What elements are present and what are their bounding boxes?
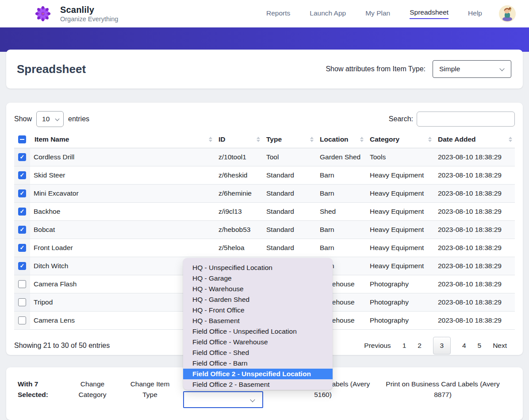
sort-icon[interactable]	[360, 137, 364, 142]
row-checkbox[interactable]: ✓	[18, 171, 26, 179]
dropdown-option[interactable]: Field Office 2 - Basement	[183, 379, 333, 390]
main-nav: ReportsLaunch AppMy PlanSpreadsheetHelp	[266, 8, 499, 19]
change-category-button[interactable]: Change Category	[70, 379, 115, 400]
cell-category: Heavy Equipment	[366, 166, 434, 184]
pagination-page-3[interactable]: 3	[433, 337, 451, 354]
search-control: Search:	[389, 112, 515, 127]
cell-category: Heavy Equipment	[366, 202, 434, 220]
row-checkbox[interactable]: ✓	[18, 262, 26, 270]
nav-item-my-plan[interactable]: My Plan	[365, 9, 390, 18]
dropdown-option[interactable]: HQ - Front Office	[183, 305, 333, 316]
pagination-previous[interactable]: Previous	[364, 342, 391, 350]
row-checkbox[interactable]: ✓	[18, 226, 26, 234]
dropdown-option[interactable]: HQ - Basement	[183, 316, 333, 326]
page-title: Spreadsheet	[17, 62, 86, 76]
row-checkbox[interactable]: ✓	[18, 153, 26, 161]
col-type[interactable]: Type	[266, 135, 282, 143]
brand-title: Scanlily	[60, 5, 118, 15]
cell-location: Barn	[316, 239, 366, 257]
print-business-card-labels-button[interactable]: Print on Business Card Labels (Avery 887…	[376, 379, 509, 400]
row-checkbox[interactable]	[18, 316, 26, 324]
table-row: ✓Skid Steerz/6heskidStandardBarnHeavy Eq…	[14, 166, 515, 184]
nav-item-launch-app[interactable]: Launch App	[310, 9, 346, 18]
search-input[interactable]	[417, 112, 515, 127]
dropdown-option[interactable]: Field Office - Unspecified Location	[183, 326, 333, 337]
cell-id: z/10tool1	[215, 148, 263, 166]
sort-icon[interactable]	[310, 137, 314, 142]
pagination-page-1[interactable]: 1	[402, 342, 406, 350]
cell-category: Photography	[366, 293, 434, 311]
app-header: Scanlily Organize Everything ReportsLaun…	[0, 0, 529, 27]
col-date-added[interactable]: Date Added	[438, 135, 476, 143]
cell-date: 2023-08-10 18:38:29	[434, 184, 515, 202]
cell-date: 2023-08-10 18:38:29	[434, 257, 515, 275]
page-size-value: 10	[42, 115, 50, 123]
table-row: ✓Cordless Drillz/10tool1ToolGarden ShedT…	[14, 148, 515, 166]
row-checkbox[interactable]: ✓	[18, 208, 26, 216]
sort-icon[interactable]	[428, 137, 432, 142]
item-type-select-value: Simple	[439, 65, 460, 73]
col-category[interactable]: Category	[370, 135, 399, 143]
item-type-select[interactable]: Simple	[433, 60, 511, 78]
cell-date: 2023-08-10 18:38:29	[434, 311, 515, 329]
cell-category: Photography	[366, 275, 434, 293]
change-item-type-button[interactable]: Change Item Type	[126, 379, 174, 400]
nav-item-reports[interactable]: Reports	[266, 9, 290, 18]
col-item-name[interactable]: Item Name	[34, 135, 69, 143]
entries-summary: Showing 21 to 30 of 50 entries	[14, 342, 110, 350]
cell-name: Skid Steer	[30, 166, 215, 184]
cell-location: Barn	[316, 220, 366, 239]
cell-location: Barn	[316, 166, 366, 184]
search-label: Search:	[389, 115, 413, 123]
pagination-page-4[interactable]: 4	[462, 342, 466, 350]
cell-type: Standard	[263, 184, 316, 202]
nav-item-help[interactable]: Help	[468, 9, 482, 18]
row-checkbox[interactable]: ✓	[18, 244, 26, 252]
item-type-label: Show attributes from Item Type:	[326, 65, 426, 73]
col-location[interactable]: Location	[320, 135, 349, 143]
row-checkbox[interactable]	[18, 298, 26, 306]
cell-date: 2023-08-10 18:38:29	[434, 202, 515, 220]
dropdown-option[interactable]: HQ - Warehouse	[183, 284, 333, 294]
col-id[interactable]: ID	[218, 135, 226, 143]
cell-id: z/5heloa	[215, 239, 263, 257]
page-size-control: Show 10 entries	[14, 111, 89, 127]
dropdown-option[interactable]: Field Office - Warehouse	[183, 337, 333, 347]
cell-type: Standard	[263, 239, 316, 257]
chevron-down-icon	[499, 66, 504, 71]
with-selected-label: With 7 Selected:	[18, 379, 58, 400]
pagination: Previous12345Next	[364, 337, 507, 354]
dropdown-option[interactable]: Field Office - Barn	[183, 358, 333, 369]
cell-date: 2023-08-10 18:38:29	[434, 166, 515, 184]
row-checkbox[interactable]	[18, 280, 26, 288]
dropdown-option[interactable]: HQ - Garden Shed	[183, 294, 333, 305]
row-checkbox[interactable]: ✓	[18, 189, 26, 197]
change-location-select[interactable]	[183, 391, 263, 408]
sort-icon[interactable]	[509, 137, 512, 142]
dropdown-option[interactable]: HQ - Unspecified Location	[183, 262, 333, 273]
pagination-next[interactable]: Next	[493, 342, 507, 350]
nav-item-spreadsheet[interactable]: Spreadsheet	[410, 8, 448, 19]
chevron-down-icon	[250, 397, 255, 402]
user-avatar[interactable]	[499, 5, 516, 22]
select-all-checkbox[interactable]	[18, 135, 26, 143]
brand-subtitle: Organize Everything	[60, 15, 118, 23]
cell-id: z/hebob53	[215, 220, 263, 239]
attr-group: Show attributes from Item Type: Simple	[326, 60, 511, 78]
cell-type: Standard	[263, 220, 316, 239]
page-size-select[interactable]: 10	[36, 111, 64, 127]
table-controls: Show 10 entries Search:	[14, 111, 515, 127]
dropdown-option[interactable]: Field Office 2 - Unspecified Location	[183, 369, 333, 379]
cell-type: Standard	[263, 166, 316, 184]
dropdown-option[interactable]: HQ - Garage	[183, 273, 333, 284]
sort-icon[interactable]	[257, 137, 260, 142]
table-row: ✓Backhoez/i9cl13StandardShedHeavy Equipm…	[14, 202, 515, 220]
cell-id: z/6heminie	[215, 184, 263, 202]
sort-icon[interactable]	[209, 137, 212, 142]
pagination-page-2[interactable]: 2	[418, 342, 422, 350]
cell-date: 2023-08-10 18:38:29	[434, 239, 515, 257]
pagination-page-5[interactable]: 5	[478, 342, 482, 350]
dropdown-option[interactable]: Field Office - Shed	[183, 347, 333, 358]
table-row: ✓Mini Excavatorz/6heminieStandardBarnHea…	[14, 184, 515, 202]
cell-date: 2023-08-10 18:38:29	[434, 220, 515, 239]
